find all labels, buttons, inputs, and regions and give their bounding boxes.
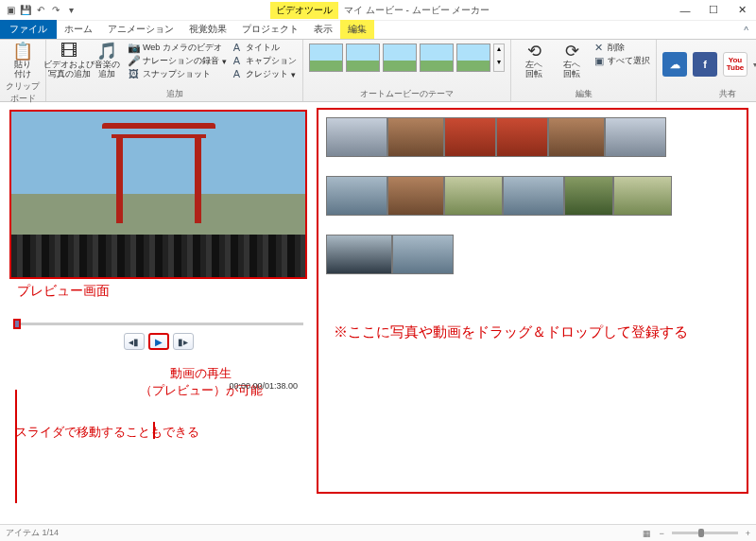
group-label-edit: 編集	[517, 87, 650, 100]
theme-thumb[interactable]	[346, 44, 380, 72]
status-bar: アイテム 1/14 ▦ − +	[0, 524, 756, 541]
timeline-clip[interactable]	[613, 176, 672, 216]
gallery-more-icon[interactable]: ▾	[494, 58, 504, 71]
ribbon: 📋 貼り 付け クリップボード 🎞 ビデオおよび 写真の追加 🎵 音楽の 追加 …	[0, 40, 756, 102]
timeline-clip[interactable]	[503, 176, 564, 216]
clip-row	[326, 117, 739, 157]
timeline-clip[interactable]	[387, 176, 444, 216]
prev-frame-button[interactable]: ◂▮	[124, 333, 145, 350]
rotate-left-button[interactable]: ⟲左へ 回転	[517, 42, 551, 79]
preview-pane: プレビュー画面 00:00.00/01:38.00 ◂▮ ▶ ▮▸ 動画の再生 …	[0, 102, 317, 499]
theme-thumb[interactable]	[456, 44, 490, 72]
caption-icon: A	[231, 55, 243, 67]
tab-home[interactable]: ホーム	[57, 20, 100, 39]
ribbon-collapse-icon[interactable]: ^	[736, 23, 756, 39]
gallery-up-icon[interactable]: ▴	[494, 44, 504, 58]
tab-view[interactable]: 表示	[306, 20, 340, 39]
quick-access-toolbar: ▣ 💾 ↶ ↷ ▾	[0, 4, 81, 17]
add-video-photo-button[interactable]: 🎞 ビデオおよび 写真の追加	[52, 42, 86, 79]
maximize-button[interactable]: ☐	[699, 1, 728, 20]
title-icon: A	[231, 42, 243, 54]
facebook-icon[interactable]: f	[693, 52, 717, 77]
qat-dropdown-icon[interactable]: ▾	[64, 4, 77, 17]
select-all-icon: ▣	[593, 55, 605, 67]
next-frame-button[interactable]: ▮▸	[173, 333, 194, 350]
tab-file[interactable]: ファイル	[0, 20, 57, 39]
timeline-clip[interactable]	[444, 117, 496, 157]
timeline-clip[interactable]	[392, 235, 454, 274]
rotate-right-button[interactable]: ⟳右へ 回転	[555, 42, 589, 79]
timeline-pane[interactable]: ※ここに写真や動画をドラッグ＆ドロップして登録する	[317, 108, 748, 494]
title-bar: ▣ 💾 ↶ ↷ ▾ ビデオツール マイ ムービー - ムービー メーカー — ☐…	[0, 0, 756, 21]
ribbon-tabs: ファイル ホーム アニメーション 視覚効果 プロジェクト 表示 編集 ^	[0, 21, 756, 40]
timeline-clip[interactable]	[564, 176, 613, 216]
paste-icon: 📋	[12, 42, 33, 61]
credit-button[interactable]: Aクレジット ▾	[231, 68, 297, 80]
snapshot-icon: 🖼	[128, 68, 140, 80]
clip-row	[326, 176, 739, 216]
timeline-clip[interactable]	[326, 117, 387, 157]
narration-button[interactable]: 🎤ナレーションの録音 ▾	[128, 55, 227, 67]
timeline-clip[interactable]	[605, 117, 666, 157]
seek-slider[interactable]	[13, 323, 303, 325]
group-add: 🎞 ビデオおよび 写真の追加 🎵 音楽の 追加 📷Web カメラのビデオ 🎤ナレ…	[46, 40, 303, 101]
snapshot-button[interactable]: 🖼スナップショット	[128, 68, 227, 80]
group-label-add: 追加	[52, 87, 297, 100]
theme-thumb[interactable]	[420, 44, 454, 72]
view-mode-icon[interactable]: ▦	[643, 529, 651, 538]
timeline-clip[interactable]	[387, 117, 444, 157]
tab-visual-effects[interactable]: 視覚効果	[181, 20, 234, 39]
transport-controls: ◂▮ ▶ ▮▸	[9, 333, 307, 350]
youtube-icon[interactable]: You Tube	[723, 52, 747, 77]
theme-thumb[interactable]	[383, 44, 417, 72]
rotate-right-icon: ⟳	[565, 42, 579, 61]
window-controls: — ☐ ✕	[671, 1, 756, 20]
group-label-themes: オートムービーのテーマ	[309, 87, 505, 100]
annotation-line	[153, 422, 155, 439]
zoom-in-button[interactable]: +	[746, 529, 750, 538]
timeline-clip[interactable]	[548, 117, 605, 157]
music-icon: 🎵	[96, 42, 117, 61]
select-all-button[interactable]: ▣すべて選択	[593, 55, 650, 67]
onedrive-icon[interactable]: ☁	[662, 52, 687, 77]
context-tab-label: ビデオツール	[270, 2, 338, 19]
annotation-line	[15, 390, 17, 503]
delete-icon: ✕	[593, 42, 605, 54]
workspace: プレビュー画面 00:00.00/01:38.00 ◂▮ ▶ ▮▸ 動画の再生 …	[0, 102, 756, 499]
timeline-clip[interactable]	[326, 235, 392, 274]
save-icon[interactable]: 💾	[19, 4, 32, 17]
seek-slider-thumb[interactable]	[13, 319, 21, 329]
rotate-left-icon: ⟲	[527, 42, 541, 61]
timeline-clip[interactable]	[496, 117, 548, 157]
zoom-slider[interactable]	[672, 532, 738, 534]
caption-button[interactable]: Aキャプション	[231, 55, 297, 67]
tab-animation[interactable]: アニメーション	[100, 20, 181, 39]
add-music-button[interactable]: 🎵 音楽の 追加	[90, 42, 124, 79]
undo-icon[interactable]: ↶	[34, 4, 47, 17]
preview-video[interactable]	[11, 112, 305, 277]
group-label-clipboard: クリップボード	[6, 79, 40, 105]
theme-thumb[interactable]	[309, 44, 343, 72]
minimize-button[interactable]: —	[671, 1, 699, 20]
theme-gallery[interactable]: ▴ ▾	[309, 42, 505, 72]
tab-project[interactable]: プロジェクト	[234, 20, 306, 39]
timeline-clip[interactable]	[444, 176, 503, 216]
webcam-icon: 📷	[128, 42, 140, 54]
preview-highlight-box	[9, 110, 307, 279]
zoom-out-button[interactable]: −	[659, 529, 663, 538]
play-button[interactable]: ▶	[148, 333, 169, 350]
redo-icon[interactable]: ↷	[49, 4, 62, 17]
zoom-slider-thumb[interactable]	[698, 529, 704, 537]
film-icon: 🎞	[60, 42, 77, 61]
delete-button[interactable]: ✕削除	[593, 42, 650, 54]
tab-edit[interactable]: 編集	[340, 20, 374, 39]
title-button[interactable]: Aタイトル	[231, 42, 297, 54]
clip-row	[326, 235, 739, 274]
paste-button[interactable]: 📋 貼り 付け	[6, 42, 40, 79]
group-share: ☁ f You Tube ▾ 🖥 ムービー の保存 共有	[657, 40, 756, 101]
annotation-drop-note: ※ここに写真や動画をドラッグ＆ドロップして登録する	[326, 322, 739, 343]
close-button[interactable]: ✕	[728, 1, 756, 20]
annotation-preview-label: プレビュー画面	[9, 279, 307, 304]
timeline-clip[interactable]	[326, 176, 387, 216]
webcam-button[interactable]: 📷Web カメラのビデオ	[128, 42, 227, 54]
